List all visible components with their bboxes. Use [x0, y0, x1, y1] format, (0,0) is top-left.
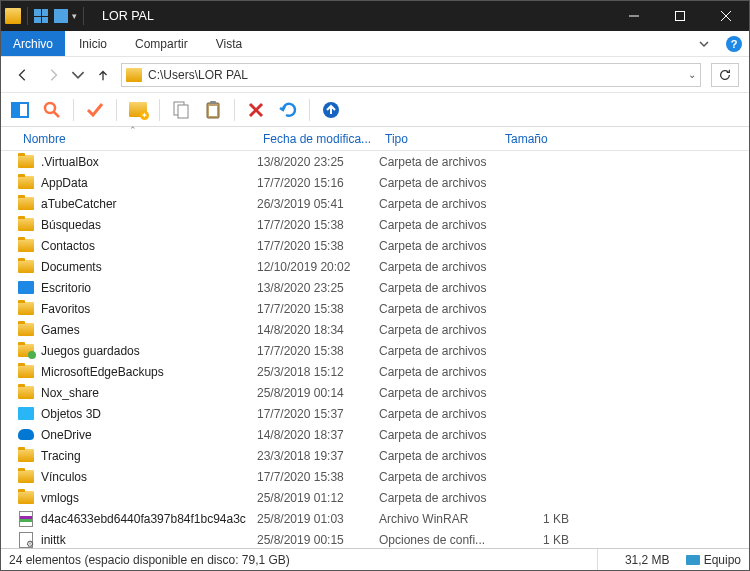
status-location: Equipo [678, 549, 749, 570]
item-name: OneDrive [41, 428, 257, 442]
list-item[interactable]: Tracing23/3/2018 19:37Carpeta de archivo… [17, 445, 749, 466]
copy-button[interactable] [168, 97, 194, 123]
item-date: 13/8/2020 23:25 [257, 281, 379, 295]
item-type: Archivo WinRAR [379, 512, 499, 526]
svg-rect-12 [209, 106, 217, 116]
list-item[interactable]: Objetos 3D17/7/2020 15:37Carpeta de arch… [17, 403, 749, 424]
folder-icon [17, 322, 35, 338]
list-item[interactable]: d4ac4633ebd6440fa397b84f1bc94a3c25/8/201… [17, 508, 749, 529]
item-type: Carpeta de archivos [379, 218, 499, 232]
list-item[interactable]: OneDrive14/8/2020 18:37Carpeta de archiv… [17, 424, 749, 445]
check-button[interactable] [82, 97, 108, 123]
computer-icon [686, 555, 700, 565]
list-item[interactable]: .VirtualBox13/8/2020 23:25Carpeta de arc… [17, 151, 749, 172]
tab-file[interactable]: Archivo [1, 31, 65, 56]
tab-view[interactable]: Vista [202, 31, 256, 56]
list-item[interactable]: Búsquedas17/7/2020 15:38Carpeta de archi… [17, 214, 749, 235]
item-type: Carpeta de archivos [379, 491, 499, 505]
item-type: Carpeta de archivos [379, 428, 499, 442]
list-item[interactable]: Juegos guardados17/7/2020 15:38Carpeta d… [17, 340, 749, 361]
tab-home[interactable]: Inicio [65, 31, 121, 56]
column-size[interactable]: Tamaño [499, 127, 579, 150]
item-date: 17/7/2020 15:37 [257, 407, 379, 421]
recent-dropdown-icon[interactable] [71, 63, 85, 87]
item-type: Carpeta de archivos [379, 281, 499, 295]
address-bar[interactable]: C:\Users\LOR PAL ⌄ [121, 63, 701, 87]
folder-icon[interactable] [5, 8, 21, 24]
upload-button[interactable] [318, 97, 344, 123]
folder-icon [17, 385, 35, 401]
item-name: inittk [41, 533, 257, 547]
item-date: 23/3/2018 19:37 [257, 449, 379, 463]
status-size: 31,2 MB [598, 549, 678, 570]
quick-access-toolbar: ▾ [1, 7, 88, 25]
file-list[interactable]: .VirtualBox13/8/2020 23:25Carpeta de arc… [1, 151, 749, 548]
item-type: Carpeta de archivos [379, 470, 499, 484]
folder-icon [17, 364, 35, 380]
item-name: Vínculos [41, 470, 257, 484]
list-item[interactable]: inittk25/8/2019 00:15Opciones de confi..… [17, 529, 749, 548]
column-type[interactable]: Tipo [379, 127, 499, 150]
list-item[interactable]: Favoritos17/7/2020 15:38Carpeta de archi… [17, 298, 749, 319]
help-button[interactable]: ? [719, 31, 749, 56]
folder-icon [17, 238, 35, 254]
up-button[interactable] [91, 63, 115, 87]
list-item[interactable]: MicrosoftEdgeBackups25/3/2018 15:12Carpe… [17, 361, 749, 382]
list-item[interactable]: vmlogs25/8/2019 01:12Carpeta de archivos [17, 487, 749, 508]
item-name: Documents [41, 260, 257, 274]
column-date[interactable]: Fecha de modifica... [257, 127, 379, 150]
list-item[interactable]: Documents12/10/2019 20:02Carpeta de arch… [17, 256, 749, 277]
desktop-icon [17, 280, 35, 296]
list-item[interactable]: AppData17/7/2020 15:16Carpeta de archivo… [17, 172, 749, 193]
search-button[interactable] [39, 97, 65, 123]
item-date: 25/8/2019 00:15 [257, 533, 379, 547]
item-name: Juegos guardados [41, 344, 257, 358]
forward-button[interactable] [41, 63, 65, 87]
list-item[interactable]: aTubeCatcher26/3/2019 05:41Carpeta de ar… [17, 193, 749, 214]
maximize-button[interactable] [657, 1, 703, 31]
address-path[interactable]: C:\Users\LOR PAL [148, 68, 682, 82]
item-type: Carpeta de archivos [379, 197, 499, 211]
list-item[interactable]: Nox_share25/8/2019 00:14Carpeta de archi… [17, 382, 749, 403]
list-item[interactable]: Vínculos17/7/2020 15:38Carpeta de archiv… [17, 466, 749, 487]
list-item[interactable]: Contactos17/7/2020 15:38Carpeta de archi… [17, 235, 749, 256]
address-dropdown-icon[interactable]: ⌄ [688, 69, 696, 80]
list-item[interactable]: Games14/8/2020 18:34Carpeta de archivos [17, 319, 749, 340]
tab-share[interactable]: Compartir [121, 31, 202, 56]
archive-icon [17, 511, 35, 527]
new-folder-button[interactable]: ✦ [125, 97, 151, 123]
close-button[interactable] [703, 1, 749, 31]
delete-button[interactable] [243, 97, 269, 123]
minimize-button[interactable] [611, 1, 657, 31]
ribbon-tabs: Archivo Inicio Compartir Vista ? [1, 31, 749, 57]
item-name: Games [41, 323, 257, 337]
folder-icon [17, 448, 35, 464]
svg-rect-1 [676, 12, 685, 21]
properties-icon[interactable] [34, 9, 48, 23]
refresh-button[interactable] [711, 63, 739, 87]
toolbar: ✦ [1, 93, 749, 127]
select-tool-button[interactable] [7, 97, 33, 123]
column-name[interactable]: Nombre [17, 127, 257, 150]
qat-button[interactable] [54, 9, 68, 23]
svg-line-7 [54, 112, 59, 117]
list-item[interactable]: Escritorio13/8/2020 23:25Carpeta de arch… [17, 277, 749, 298]
item-type: Carpeta de archivos [379, 302, 499, 316]
titlebar: ▾ LOR PAL [1, 1, 749, 31]
folder-icon [17, 469, 35, 485]
status-bar: 24 elementos (espacio disponible en disc… [1, 548, 749, 570]
saved-games-icon [17, 343, 35, 359]
item-date: 14/8/2020 18:34 [257, 323, 379, 337]
item-type: Carpeta de archivos [379, 344, 499, 358]
paste-button[interactable] [200, 97, 226, 123]
item-date: 17/7/2020 15:38 [257, 302, 379, 316]
back-button[interactable] [11, 63, 35, 87]
qat-dropdown-icon[interactable]: ▾ [72, 11, 77, 21]
undo-button[interactable] [275, 97, 301, 123]
item-date: 17/7/2020 15:16 [257, 176, 379, 190]
folder-icon [17, 490, 35, 506]
ribbon-expand-icon[interactable] [689, 31, 719, 56]
column-headers: ⌃ Nombre Fecha de modifica... Tipo Tamañ… [1, 127, 749, 151]
folder-icon [17, 196, 35, 212]
item-date: 25/8/2019 01:03 [257, 512, 379, 526]
